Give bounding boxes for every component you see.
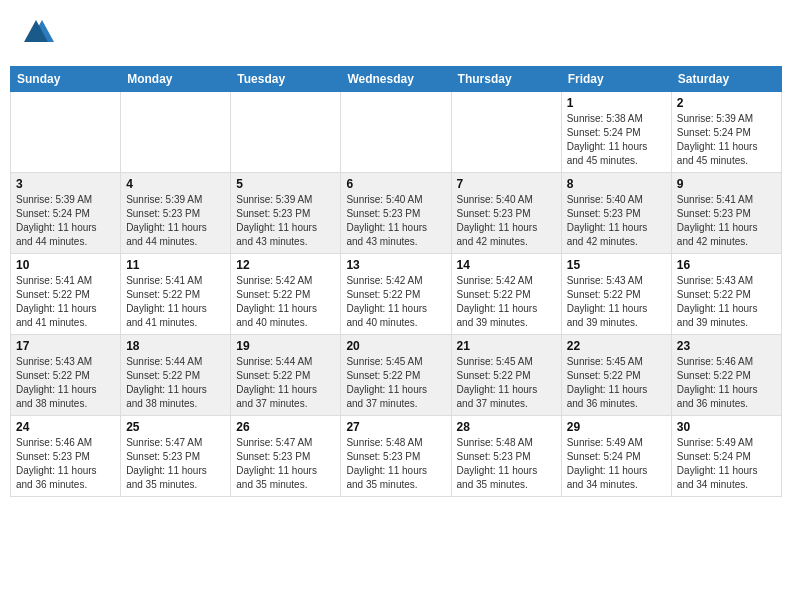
day-info: Sunrise: 5:39 AMSunset: 5:24 PMDaylight:… [677,112,776,168]
day-info: Sunrise: 5:39 AMSunset: 5:23 PMDaylight:… [126,193,225,249]
day-info: Sunrise: 5:43 AMSunset: 5:22 PMDaylight:… [567,274,666,330]
day-info: Sunrise: 5:42 AMSunset: 5:22 PMDaylight:… [346,274,445,330]
day-number: 12 [236,258,335,272]
day-info: Sunrise: 5:46 AMSunset: 5:23 PMDaylight:… [16,436,115,492]
calendar-cell: 3Sunrise: 5:39 AMSunset: 5:24 PMDaylight… [11,173,121,254]
day-number: 2 [677,96,776,110]
day-info: Sunrise: 5:48 AMSunset: 5:23 PMDaylight:… [346,436,445,492]
calendar-cell: 26Sunrise: 5:47 AMSunset: 5:23 PMDayligh… [231,416,341,497]
calendar-cell: 13Sunrise: 5:42 AMSunset: 5:22 PMDayligh… [341,254,451,335]
day-number: 20 [346,339,445,353]
day-info: Sunrise: 5:49 AMSunset: 5:24 PMDaylight:… [567,436,666,492]
calendar-cell: 21Sunrise: 5:45 AMSunset: 5:22 PMDayligh… [451,335,561,416]
day-info: Sunrise: 5:41 AMSunset: 5:22 PMDaylight:… [126,274,225,330]
calendar-cell: 25Sunrise: 5:47 AMSunset: 5:23 PMDayligh… [121,416,231,497]
calendar-cell: 14Sunrise: 5:42 AMSunset: 5:22 PMDayligh… [451,254,561,335]
calendar-cell: 15Sunrise: 5:43 AMSunset: 5:22 PMDayligh… [561,254,671,335]
calendar-cell [341,92,451,173]
calendar-cell: 5Sunrise: 5:39 AMSunset: 5:23 PMDaylight… [231,173,341,254]
day-number: 10 [16,258,115,272]
calendar-cell: 29Sunrise: 5:49 AMSunset: 5:24 PMDayligh… [561,416,671,497]
day-number: 19 [236,339,335,353]
day-number: 25 [126,420,225,434]
day-number: 29 [567,420,666,434]
weekday-header-monday: Monday [121,67,231,92]
calendar-cell: 1Sunrise: 5:38 AMSunset: 5:24 PMDaylight… [561,92,671,173]
day-number: 7 [457,177,556,191]
day-info: Sunrise: 5:47 AMSunset: 5:23 PMDaylight:… [236,436,335,492]
day-number: 28 [457,420,556,434]
weekday-header-wednesday: Wednesday [341,67,451,92]
calendar-cell: 18Sunrise: 5:44 AMSunset: 5:22 PMDayligh… [121,335,231,416]
day-number: 13 [346,258,445,272]
calendar-cell: 27Sunrise: 5:48 AMSunset: 5:23 PMDayligh… [341,416,451,497]
day-number: 16 [677,258,776,272]
day-number: 22 [567,339,666,353]
calendar-cell: 8Sunrise: 5:40 AMSunset: 5:23 PMDaylight… [561,173,671,254]
calendar-week-row: 24Sunrise: 5:46 AMSunset: 5:23 PMDayligh… [11,416,782,497]
day-info: Sunrise: 5:48 AMSunset: 5:23 PMDaylight:… [457,436,556,492]
day-number: 9 [677,177,776,191]
calendar-cell: 28Sunrise: 5:48 AMSunset: 5:23 PMDayligh… [451,416,561,497]
calendar-cell: 23Sunrise: 5:46 AMSunset: 5:22 PMDayligh… [671,335,781,416]
day-info: Sunrise: 5:45 AMSunset: 5:22 PMDaylight:… [457,355,556,411]
day-info: Sunrise: 5:47 AMSunset: 5:23 PMDaylight:… [126,436,225,492]
day-info: Sunrise: 5:41 AMSunset: 5:22 PMDaylight:… [16,274,115,330]
calendar-cell: 19Sunrise: 5:44 AMSunset: 5:22 PMDayligh… [231,335,341,416]
day-number: 15 [567,258,666,272]
calendar-week-row: 1Sunrise: 5:38 AMSunset: 5:24 PMDaylight… [11,92,782,173]
day-number: 27 [346,420,445,434]
day-info: Sunrise: 5:41 AMSunset: 5:23 PMDaylight:… [677,193,776,249]
day-number: 1 [567,96,666,110]
weekday-header-sunday: Sunday [11,67,121,92]
calendar-cell [231,92,341,173]
day-number: 6 [346,177,445,191]
day-number: 30 [677,420,776,434]
day-info: Sunrise: 5:38 AMSunset: 5:24 PMDaylight:… [567,112,666,168]
calendar-cell [11,92,121,173]
day-info: Sunrise: 5:42 AMSunset: 5:22 PMDaylight:… [236,274,335,330]
day-info: Sunrise: 5:39 AMSunset: 5:24 PMDaylight:… [16,193,115,249]
day-info: Sunrise: 5:49 AMSunset: 5:24 PMDaylight:… [677,436,776,492]
calendar-cell: 16Sunrise: 5:43 AMSunset: 5:22 PMDayligh… [671,254,781,335]
logo [18,14,58,54]
day-info: Sunrise: 5:44 AMSunset: 5:22 PMDaylight:… [236,355,335,411]
day-info: Sunrise: 5:45 AMSunset: 5:22 PMDaylight:… [567,355,666,411]
day-number: 21 [457,339,556,353]
day-number: 3 [16,177,115,191]
calendar-week-row: 10Sunrise: 5:41 AMSunset: 5:22 PMDayligh… [11,254,782,335]
day-info: Sunrise: 5:39 AMSunset: 5:23 PMDaylight:… [236,193,335,249]
day-info: Sunrise: 5:40 AMSunset: 5:23 PMDaylight:… [457,193,556,249]
weekday-header-row: SundayMondayTuesdayWednesdayThursdayFrid… [11,67,782,92]
calendar-cell: 10Sunrise: 5:41 AMSunset: 5:22 PMDayligh… [11,254,121,335]
calendar-cell: 17Sunrise: 5:43 AMSunset: 5:22 PMDayligh… [11,335,121,416]
page-header [10,10,782,58]
weekday-header-friday: Friday [561,67,671,92]
day-number: 18 [126,339,225,353]
day-info: Sunrise: 5:44 AMSunset: 5:22 PMDaylight:… [126,355,225,411]
weekday-header-saturday: Saturday [671,67,781,92]
day-info: Sunrise: 5:42 AMSunset: 5:22 PMDaylight:… [457,274,556,330]
calendar-cell: 7Sunrise: 5:40 AMSunset: 5:23 PMDaylight… [451,173,561,254]
calendar-cell: 12Sunrise: 5:42 AMSunset: 5:22 PMDayligh… [231,254,341,335]
calendar-cell [451,92,561,173]
day-number: 24 [16,420,115,434]
day-info: Sunrise: 5:40 AMSunset: 5:23 PMDaylight:… [567,193,666,249]
calendar-cell [121,92,231,173]
day-info: Sunrise: 5:40 AMSunset: 5:23 PMDaylight:… [346,193,445,249]
calendar-cell: 22Sunrise: 5:45 AMSunset: 5:22 PMDayligh… [561,335,671,416]
day-number: 8 [567,177,666,191]
day-info: Sunrise: 5:43 AMSunset: 5:22 PMDaylight:… [16,355,115,411]
calendar-cell: 2Sunrise: 5:39 AMSunset: 5:24 PMDaylight… [671,92,781,173]
calendar-cell: 9Sunrise: 5:41 AMSunset: 5:23 PMDaylight… [671,173,781,254]
day-info: Sunrise: 5:46 AMSunset: 5:22 PMDaylight:… [677,355,776,411]
calendar-cell: 20Sunrise: 5:45 AMSunset: 5:22 PMDayligh… [341,335,451,416]
calendar-cell: 24Sunrise: 5:46 AMSunset: 5:23 PMDayligh… [11,416,121,497]
day-number: 26 [236,420,335,434]
day-number: 11 [126,258,225,272]
day-number: 5 [236,177,335,191]
day-number: 4 [126,177,225,191]
day-info: Sunrise: 5:45 AMSunset: 5:22 PMDaylight:… [346,355,445,411]
calendar-cell: 4Sunrise: 5:39 AMSunset: 5:23 PMDaylight… [121,173,231,254]
calendar-cell: 6Sunrise: 5:40 AMSunset: 5:23 PMDaylight… [341,173,451,254]
